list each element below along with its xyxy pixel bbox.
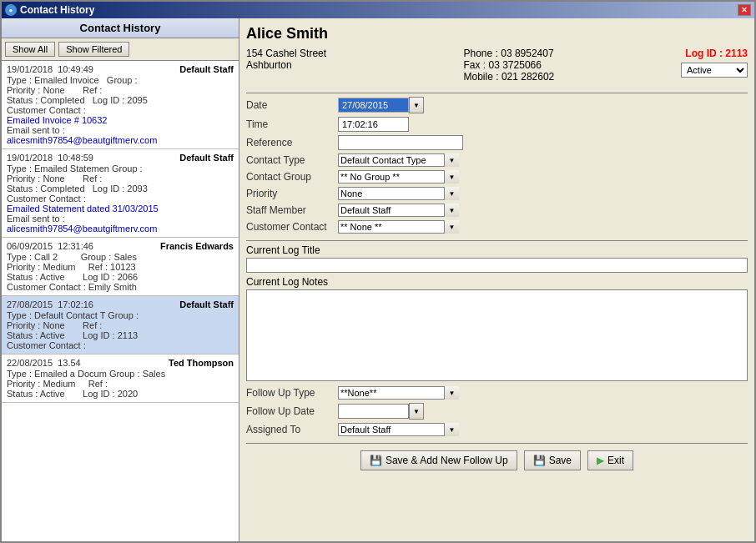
log-note-1: Emailed Invoice # 10632 <box>7 115 234 125</box>
followup-type-select[interactable]: **None** <box>338 386 459 400</box>
contact-group-select[interactable]: ** No Group ** <box>338 170 459 184</box>
right-panel: Alice Smith 154 Cashel Street Ashburton … <box>239 18 754 541</box>
left-panel-buttons: Show All Show Filtered <box>2 38 239 61</box>
log-list: 19/01/2018 10:49:49 Default Staff Type :… <box>2 61 239 541</box>
contact-address: 154 Cashel Street Ashburton <box>246 48 464 71</box>
log-notes-label: Current Log Notes <box>246 276 748 288</box>
customer-contact-select[interactable]: ** None ** Emily Smith <box>338 220 459 234</box>
time-row: Time <box>246 117 748 132</box>
followup-type-label: Follow Up Type <box>246 387 338 399</box>
main-content: Contact History Show All Show Filtered 1… <box>2 18 754 541</box>
fax-value: 03 3725066 <box>489 59 542 71</box>
log-date: 19/01/2018 10:49:49 <box>7 64 93 74</box>
followup-section: Follow Up Type **None** ▼ Follow Up Date… <box>246 386 748 440</box>
log-status: Status : Completed Log ID : 2095 <box>7 95 234 105</box>
window-title: Contact History <box>20 4 94 16</box>
phone-value: 03 8952407 <box>501 48 553 59</box>
log-status: Status : Active Log ID : 2113 <box>7 330 234 340</box>
log-customer-contact: Customer Contact : <box>7 194 234 204</box>
phone-label: Phone : <box>464 48 498 59</box>
contact-type-select[interactable]: Default Contact Type <box>338 153 459 167</box>
reference-label: Reference <box>246 137 338 148</box>
list-item[interactable]: 22/08/2015 13.54 Ted Thompson Type : Ema… <box>2 354 239 403</box>
show-filtered-button[interactable]: Show Filtered <box>58 42 129 57</box>
reference-row: Reference <box>246 135 748 150</box>
divider-1 <box>246 93 748 93</box>
left-panel-header: Contact History <box>2 18 239 38</box>
log-note-1: Emailed Statement dated 31/03/2015 <box>7 204 234 214</box>
staff-member-select[interactable]: Default Staff Francis Edwards Ted Thomps… <box>338 204 459 217</box>
list-item[interactable]: 19/01/2018 10:48:59 Default Staff Type :… <box>2 149 239 238</box>
followup-type-wrapper: **None** ▼ <box>338 386 459 400</box>
priority-select[interactable]: None Low Medium High <box>338 187 459 200</box>
log-customer-contact: Customer Contact : <box>7 340 234 350</box>
log-date: 06/09/2015 12:31:46 <box>7 241 93 251</box>
form-section: Date ▼ Time Reference Contact Type <box>246 97 748 237</box>
log-customer-contact: Customer Contact : <box>7 105 234 115</box>
date-picker-button[interactable]: ▼ <box>409 97 424 113</box>
mobile-label: Mobile : <box>464 71 499 83</box>
date-input[interactable] <box>338 98 409 113</box>
priority-row: Priority None Low Medium High ▼ <box>246 187 748 200</box>
log-date: 27/08/2015 17:02:16 <box>7 299 93 309</box>
assigned-to-select[interactable]: Default Staff <box>338 423 459 436</box>
list-item[interactable]: 06/09/2015 12:31:46 Francis Edwards Type… <box>2 238 239 296</box>
followup-date-picker-button[interactable]: ▼ <box>409 403 424 420</box>
staff-member-wrapper: Default Staff Francis Edwards Ted Thomps… <box>338 204 459 217</box>
assigned-to-row: Assigned To Default Staff ▼ <box>246 423 748 436</box>
divider-2 <box>246 240 748 241</box>
main-window: ● Contact History ✕ Contact History Show… <box>0 0 756 543</box>
exit-button[interactable]: ▶ Exit <box>587 450 633 470</box>
exit-label: Exit <box>607 455 624 466</box>
save-icon: 💾 <box>533 455 546 466</box>
followup-date-input[interactable] <box>338 404 409 419</box>
list-item[interactable]: 19/01/2018 10:49:49 Default Staff Type :… <box>2 61 239 149</box>
contact-group-wrapper: ** No Group ** ▼ <box>338 170 459 184</box>
contact-type-wrapper: Default Contact Type ▼ <box>338 153 459 167</box>
phone-info: Phone : 03 8952407 <box>464 48 682 59</box>
log-type: Type : Emailed Statemen Group : <box>7 163 234 173</box>
customer-contact-row: Customer Contact ** None ** Emily Smith … <box>246 220 748 234</box>
log-date: 19/01/2018 10:48:59 <box>7 153 93 163</box>
list-item[interactable]: 27/08/2015 17:02:16 Default Staff Type :… <box>2 296 239 354</box>
log-priority: Priority : Medium Ref : 10123 <box>7 262 234 272</box>
time-input[interactable] <box>338 117 409 132</box>
contact-type-label: Contact Type <box>246 154 338 166</box>
log-type: Type : Default Contact T Group : <box>7 310 234 320</box>
log-note-2: Email sent to : <box>7 214 234 224</box>
followup-date-row: Follow Up Date ▼ <box>246 403 748 420</box>
fax-label: Fax : <box>464 59 486 71</box>
save-button[interactable]: 💾 Save <box>524 450 581 470</box>
log-status: Status : Active Log ID : 2020 <box>7 389 234 399</box>
close-button[interactable]: ✕ <box>738 4 751 16</box>
followup-type-row: Follow Up Type **None** ▼ <box>246 386 748 400</box>
log-status: Status : Active Log ID : 2066 <box>7 272 234 282</box>
contact-group-label: Contact Group <box>246 171 338 183</box>
priority-wrapper: None Low Medium High ▼ <box>338 187 459 200</box>
title-bar-buttons: ✕ <box>738 4 751 16</box>
log-staff: Ted Thompson <box>169 358 234 368</box>
date-label: Date <box>246 99 338 111</box>
reference-input[interactable] <box>338 135 463 150</box>
status-dropdown: Active Inactive <box>681 63 748 78</box>
status-select[interactable]: Active Inactive <box>681 63 748 78</box>
log-staff: Default Staff <box>179 64 234 74</box>
save-add-follow-up-button[interactable]: 💾 Save & Add New Follow Up <box>360 450 517 470</box>
staff-member-row: Staff Member Default Staff Francis Edwar… <box>246 204 748 217</box>
log-priority: Priority : None Ref : <box>7 85 234 95</box>
log-note-3: alicesmith97854@beautgiftmerv.com <box>7 224 234 234</box>
date-row: Date ▼ <box>246 97 748 113</box>
log-notes-textarea[interactable] <box>246 289 748 381</box>
save-add-icon: 💾 <box>370 455 382 466</box>
log-title-input[interactable] <box>246 258 748 273</box>
show-all-button[interactable]: Show All <box>5 42 55 57</box>
title-bar: ● Contact History ✕ <box>2 2 754 18</box>
followup-date-label: Follow Up Date <box>246 405 338 417</box>
log-note-3: alicesmith97854@beautgiftmerv.com <box>7 135 234 145</box>
log-status: Status : Completed Log ID : 2093 <box>7 184 234 194</box>
staff-member-label: Staff Member <box>246 204 338 216</box>
save-add-label: Save & Add New Follow Up <box>386 455 508 466</box>
contact-type-row: Contact Type Default Contact Type ▼ <box>246 153 748 167</box>
log-priority: Priority : None Ref : <box>7 320 234 330</box>
save-label: Save <box>549 455 572 466</box>
